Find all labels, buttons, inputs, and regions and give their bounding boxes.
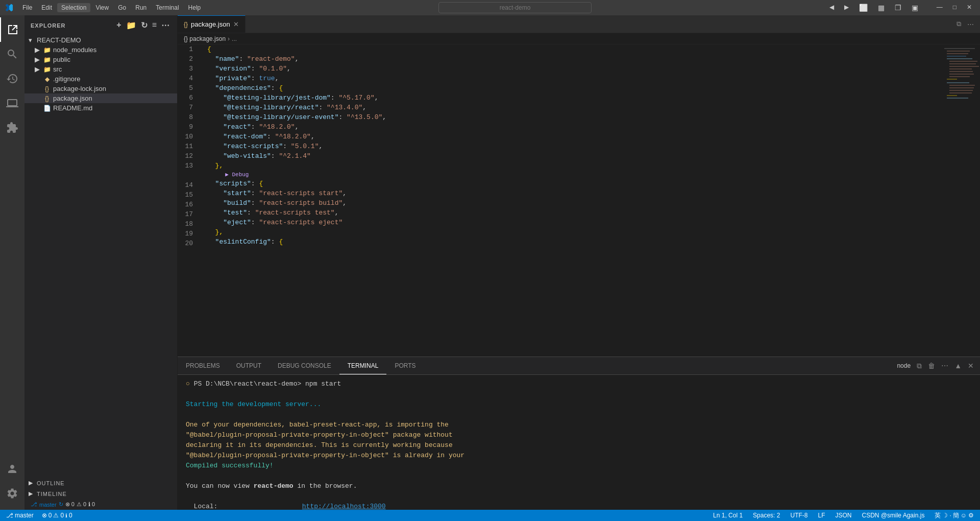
tab-problems[interactable]: PROBLEMS (178, 357, 228, 374)
close-button[interactable]: ✕ (963, 2, 976, 14)
more-actions-icon[interactable]: ⋯ (160, 19, 171, 31)
layout-icon-2[interactable]: ▦ (874, 2, 889, 14)
collapse-icon[interactable]: ≡ (151, 19, 158, 31)
package-json-file[interactable]: ▶ {} package.json (24, 93, 177, 103)
root-arrow: ▾ (29, 36, 37, 44)
code-editor[interactable]: 12345 678910 11121314 1516171819 20 { "n… (178, 44, 980, 357)
layout-icon-3[interactable]: ❐ (891, 2, 905, 14)
tab-close-icon[interactable]: ✕ (233, 20, 239, 28)
svg-rect-10 (949, 74, 974, 75)
public-folder[interactable]: ▶ 📁 public (24, 55, 177, 64)
activity-explorer[interactable] (0, 17, 24, 42)
terminal-content[interactable]: ○ PS D:\NCB\react\react-demo> npm start … (178, 375, 980, 510)
code-line-debug[interactable]: ▶ Debug (207, 171, 935, 179)
outline-label: OUTLINE (37, 480, 65, 486)
svg-rect-8 (949, 68, 972, 69)
nav-forward[interactable]: ▶ (840, 2, 853, 14)
activity-run-debug[interactable] (0, 91, 24, 115)
svg-rect-17 (949, 92, 972, 93)
status-branch-name: master (15, 512, 34, 519)
activity-extensions[interactable] (0, 115, 24, 140)
nav-back[interactable]: ◀ (825, 2, 838, 14)
new-folder-icon[interactable]: 📁 (125, 19, 138, 31)
code-line-13: }, (207, 161, 935, 171)
status-feedback[interactable]: CSDN @smile Again.js (860, 512, 927, 519)
timeline-section[interactable]: ▶ TIMELINE (24, 488, 177, 499)
terminal-command: npm start (305, 380, 341, 388)
new-file-icon[interactable]: + (115, 19, 122, 31)
terminal-split-icon[interactable]: ⧉ (915, 361, 924, 371)
status-encoding[interactable]: UTF-8 (788, 512, 810, 519)
activity-source-control[interactable] (0, 66, 24, 91)
node-label: node (895, 361, 913, 370)
tab-ports[interactable]: PORTS (386, 357, 424, 374)
menu-run[interactable]: Run (131, 3, 151, 12)
code-line-8: "@testing-library/user-event": "^13.5.0"… (207, 112, 935, 122)
maximize-button[interactable]: □ (949, 2, 961, 14)
menu-go[interactable]: Go (114, 3, 130, 12)
activity-accounts[interactable] (0, 457, 24, 481)
svg-rect-7 (949, 66, 979, 67)
ime-dot-icon: · (949, 512, 951, 519)
sidebar-header: EXPLORER + 📁 ↻ ≡ ⋯ (24, 15, 177, 35)
terminal-prompt: PS D:\NCB\react\react-demo> (194, 380, 305, 388)
info-count: ℹ 0 (88, 501, 95, 508)
sync-icon: ↻ (59, 501, 63, 508)
code-content: { "name": "react-demo", "version": "0.1.… (203, 44, 939, 357)
layout-icon-1[interactable]: ⬜ (855, 2, 872, 14)
svg-rect-11 (949, 76, 970, 77)
status-spaces[interactable]: Spaces: 2 (751, 512, 782, 519)
local-url[interactable]: http://localhost:3000 (302, 503, 386, 510)
activity-search[interactable] (0, 42, 24, 66)
code-line-20: "eslintConfig": { (207, 237, 935, 247)
panel-close-icon[interactable]: ✕ (966, 361, 976, 371)
json-icon: {} (43, 85, 51, 92)
tab-file-icon: {} (184, 21, 188, 28)
panel-maximize-icon[interactable]: ▲ (952, 361, 964, 371)
menu-help[interactable]: Help (184, 3, 205, 12)
breadcrumb-file[interactable]: {} package.json (184, 35, 226, 42)
sidebar: EXPLORER + 📁 ↻ ≡ ⋯ ▾ REACT-DEMO ▶ 📁 node… (24, 15, 178, 510)
search-input[interactable] (438, 2, 592, 13)
status-errors[interactable]: ⊗ 0 ⚠ 0 ℹ 0 (40, 512, 75, 519)
node-modules-folder[interactable]: ▶ 📁 node_modules (24, 45, 177, 55)
menu-edit[interactable]: Edit (37, 3, 56, 12)
more-tabs-icon[interactable]: ⋯ (965, 19, 976, 29)
titlebar: File Edit Selection View Go Run Terminal… (0, 0, 980, 15)
menu-terminal[interactable]: Terminal (152, 3, 183, 12)
menu-view[interactable]: View (91, 3, 113, 12)
tab-package-json[interactable]: {} package.json ✕ (178, 15, 246, 33)
menu-file[interactable]: File (18, 3, 36, 12)
line-numbers: 12345 678910 11121314 1516171819 20 (178, 44, 203, 357)
project-root[interactable]: ▾ REACT-DEMO (24, 35, 177, 45)
status-branch-item[interactable]: ⎇ master (4, 512, 36, 519)
layout-icon-4[interactable]: ▣ (908, 2, 922, 14)
activity-settings[interactable] (0, 481, 24, 506)
terminal-kill-icon[interactable]: 🗑 (926, 361, 937, 371)
code-line-17: "test": "react-scripts test", (207, 208, 935, 218)
minimize-button[interactable]: — (933, 2, 947, 14)
src-folder[interactable]: ▶ 📁 src (24, 64, 177, 74)
package-lock-file[interactable]: ▶ {} package-lock.json (24, 84, 177, 93)
breadcrumb-more[interactable]: ... (232, 35, 237, 42)
tab-output[interactable]: OUTPUT (228, 357, 270, 374)
panel-more-icon[interactable]: ⋯ (939, 361, 950, 371)
menu-selection[interactable]: Selection (57, 3, 90, 12)
ime-moon-icon: ☽ (942, 512, 948, 519)
split-editor-icon[interactable]: ⧉ (954, 19, 963, 29)
tab-debug-console[interactable]: DEBUG CONSOLE (270, 357, 339, 374)
file-name: README.md (53, 104, 92, 112)
status-ln-col[interactable]: Ln 1, Col 1 (711, 512, 745, 519)
panel-actions: node ⧉ 🗑 ⋯ ▲ ✕ (891, 357, 980, 374)
terminal-line-prompt: ○ PS D:\NCB\react\react-demo> npm start (186, 379, 972, 389)
breadcrumb: {} package.json › ... (178, 33, 980, 44)
status-branch[interactable]: ⎇ master ↻ ⊗ 0 ⚠ 0 ℹ 0 (24, 499, 177, 510)
readme-file[interactable]: ▶ 📄 README.md (24, 103, 177, 113)
file-name: package-lock.json (53, 85, 106, 92)
status-language[interactable]: JSON (833, 512, 853, 519)
refresh-icon[interactable]: ↻ (140, 19, 149, 31)
tab-terminal[interactable]: TERMINAL (339, 357, 387, 374)
outline-section[interactable]: ▶ OUTLINE (24, 478, 177, 488)
gitignore-file[interactable]: ▶ ◆ .gitignore (24, 74, 177, 84)
status-line-ending[interactable]: LF (816, 512, 827, 519)
